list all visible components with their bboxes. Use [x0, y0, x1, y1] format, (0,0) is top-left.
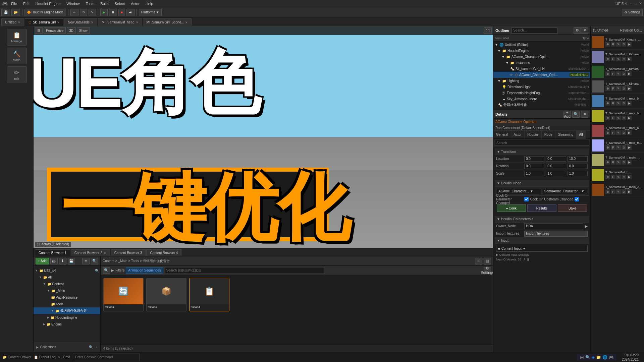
tree-content[interactable]: ▼ 📁 Content: [34, 281, 100, 287]
save-btn[interactable]: 💾: [1, 9, 10, 16]
tab-mi-second[interactable]: MI_SamuraiGirl_Scond... ✕: [143, 18, 192, 26]
tex-btn-1-2[interactable]: ⊕: [605, 71, 610, 76]
tex-btn-1-0[interactable]: ⊕: [605, 42, 610, 47]
pause-btn[interactable]: ⏸: [109, 9, 117, 16]
tex-btn-1-8[interactable]: ⊕: [605, 160, 610, 165]
tex-item-7[interactable]: T_SamuraiGirl_t_rmor_Remo... ⊕ F ✎ ⊙ ▶: [591, 138, 644, 153]
details-add-btn[interactable]: + Add: [564, 111, 571, 118]
win-edge-icon[interactable]: ◈: [592, 355, 595, 360]
menu-houdini-engine[interactable]: Houdini Engine: [33, 1, 63, 6]
tab-mi-head-close[interactable]: ✕: [136, 21, 139, 24]
tree-skeletons[interactable]: ▼ 📁 骨纲组件化调合音: [34, 307, 100, 314]
tex-btn-4-9[interactable]: ⊙: [622, 175, 626, 179]
tex-btn-1-4[interactable]: ⊕: [605, 101, 610, 106]
houdini-char-selector[interactable]: SamuArme_Character... ▼: [543, 188, 587, 194]
ol-visibility-icon[interactable]: 👁: [509, 73, 513, 77]
content-search-input[interactable]: [165, 267, 325, 274]
scale-x[interactable]: 1.0: [524, 171, 544, 176]
content-input-settings[interactable]: ▶ Content Input Settings: [496, 252, 588, 257]
tex-btn-5-4[interactable]: ▶: [627, 101, 632, 106]
window-minimize[interactable]: ─: [630, 2, 633, 6]
location-x[interactable]: 0.0: [524, 156, 544, 162]
tex-btn-2-7[interactable]: F: [611, 145, 615, 150]
tex-btn-1-6[interactable]: ⊕: [605, 130, 610, 135]
content-browser-tab-3[interactable]: Content Browser 3: [111, 249, 146, 256]
content-browser-tab-4[interactable]: Content Browser 4: [146, 249, 181, 256]
edit-tool[interactable]: ✏ Edit: [7, 66, 27, 83]
menu-select[interactable]: Select: [112, 1, 128, 6]
tex-btn-1-10[interactable]: ⊕: [605, 189, 610, 194]
tex-btn-2-1[interactable]: F: [611, 57, 615, 61]
tex-btn-5-1[interactable]: ▶: [627, 57, 632, 61]
tex-btn-2-10[interactable]: F: [611, 189, 615, 194]
tex-btn-2-9[interactable]: F: [611, 175, 615, 179]
animation-filter[interactable]: Animation Sequences: [126, 267, 163, 274]
tree-ue5s4[interactable]: ▼ 📁 UE5_s4 🔍: [34, 267, 100, 274]
tree-engine[interactable]: ▶ 📁 Engine: [34, 321, 100, 327]
tree-ue5s4-search-icon[interactable]: 🔍: [95, 269, 99, 273]
tab-untitled[interactable]: Untitled ✕: [1, 18, 24, 26]
ol-row-agame-char[interactable]: 👁 ⬡ AGame_Character_Opti... Houdini No..…: [493, 72, 590, 78]
tex-btn-2-8[interactable]: F: [611, 160, 615, 165]
menu-file[interactable]: File: [8, 1, 20, 6]
tex-btn-4-10[interactable]: ⊙: [622, 189, 626, 194]
rotation-x[interactable]: 0.0: [524, 164, 544, 169]
scale-z[interactable]: 1.0: [568, 171, 588, 176]
tex-item-10[interactable]: T_SamuraiGirl_t_main_Armour_Re... ⊕ F ✎ …: [591, 182, 644, 197]
tex-item-0[interactable]: T_SamuraiGirl_Kimara_Bas... ⊕ F ✎ ⊙ ▶: [591, 35, 644, 50]
content-browser-tab-2[interactable]: Content Browser 2 ✕: [71, 249, 110, 256]
tree-houdini[interactable]: ▶ 📁 HoudiniEngine: [34, 314, 100, 321]
tex-btn-1-1[interactable]: ⊕: [605, 57, 610, 61]
collections-arrow[interactable]: ▶: [36, 346, 39, 349]
console-input[interactable]: [73, 354, 140, 361]
tex-btn-3-5[interactable]: ✎: [616, 116, 621, 120]
tex-item-1[interactable]: T_SamuraiGirl_t_Kimara_No... ⊕ F ✎ ⊙ ▶: [591, 50, 644, 64]
asset-item-3[interactable]: 📋 Asset3: [189, 278, 229, 311]
manage-tool[interactable]: 📋 Manage: [7, 29, 27, 46]
dtab-actor[interactable]: Actor: [511, 131, 525, 139]
tex-btn-1-9[interactable]: ⊕: [605, 175, 610, 179]
tex-btn-5-2[interactable]: ▶: [627, 71, 632, 76]
menu-window[interactable]: Window: [64, 1, 82, 6]
cb-save-all-btn[interactable]: 💾: [68, 258, 75, 264]
tex-btn-5-5[interactable]: ▶: [627, 116, 632, 120]
results-btn[interactable]: Results: [527, 204, 556, 212]
bake-btn[interactable]: Bake: [558, 204, 587, 212]
tex-btn-3-2[interactable]: ✎: [616, 71, 621, 76]
tex-btn-2-3[interactable]: F: [611, 86, 615, 91]
win-chrome-icon[interactable]: 🌐: [602, 355, 607, 360]
open-btn[interactable]: 📂: [11, 9, 20, 16]
num-assets-delete[interactable]: 🗑: [527, 258, 530, 261]
tex-btn-2-6[interactable]: F: [611, 130, 615, 135]
houdini-params-header[interactable]: ▼ Houdini Parameters s: [495, 216, 589, 223]
window-maximize[interactable]: □: [635, 2, 637, 6]
tex-btn-3-6[interactable]: ✎: [616, 130, 621, 135]
tex-btn-4-1[interactable]: ⊙: [622, 57, 626, 61]
tex-btn-3-1[interactable]: ✎: [616, 57, 621, 61]
show-btn[interactable]: Show: [77, 27, 90, 34]
tex-btn-4-7[interactable]: ⊙: [622, 145, 626, 150]
cb-add-button[interactable]: + Add: [36, 258, 49, 264]
win-search-icon[interactable]: 🔍: [585, 355, 590, 360]
details-search-btn[interactable]: 🔍: [572, 111, 580, 118]
collections-add-icon[interactable]: +: [96, 345, 98, 349]
ol-row-lighting[interactable]: ▼ 📁 Lighting Folder: [493, 78, 590, 84]
3d-viewport[interactable]: ☰ Perspective 3D Show ⛶ UE角色 一键优化 11 act…: [34, 26, 493, 248]
content-browser-tab-1[interactable]: Content Browser 1: [35, 249, 70, 256]
tex-btn-5-10[interactable]: ▶: [627, 189, 632, 194]
asset-item-2[interactable]: 📦 Asset2: [146, 278, 186, 311]
tex-btn-3-0[interactable]: ✎: [616, 42, 621, 47]
cb-import-btn[interactable]: ⬇: [59, 258, 66, 264]
houdini-node-header[interactable]: ▼ Houdini Node: [495, 180, 589, 187]
settings-icon[interactable]: ⚙ Settings: [484, 267, 491, 274]
tex-btn-2-4[interactable]: F: [611, 101, 615, 106]
dtab-node[interactable]: Node: [542, 131, 555, 139]
tab-sk-samurai-close[interactable]: ✕: [57, 21, 60, 24]
tex-item-2[interactable]: T_SamuraiGirl_t_Kimara_ORM... ⊕ F ✎ ⊙ ▶: [591, 64, 644, 79]
tab-mi-head[interactable]: MI_SamuraiGirl_head ✕: [98, 18, 142, 26]
ol-row-sk[interactable]: 🦴 Sk_samuraiGirl_LH SkeletalMesh...: [493, 66, 590, 72]
cb-filter-icon[interactable]: ≡: [82, 258, 90, 264]
tex-btn-2-2[interactable]: F: [611, 71, 615, 76]
tex-btn-3-10[interactable]: ✎: [616, 189, 621, 194]
transform-btn[interactable]: ↔: [70, 9, 78, 16]
